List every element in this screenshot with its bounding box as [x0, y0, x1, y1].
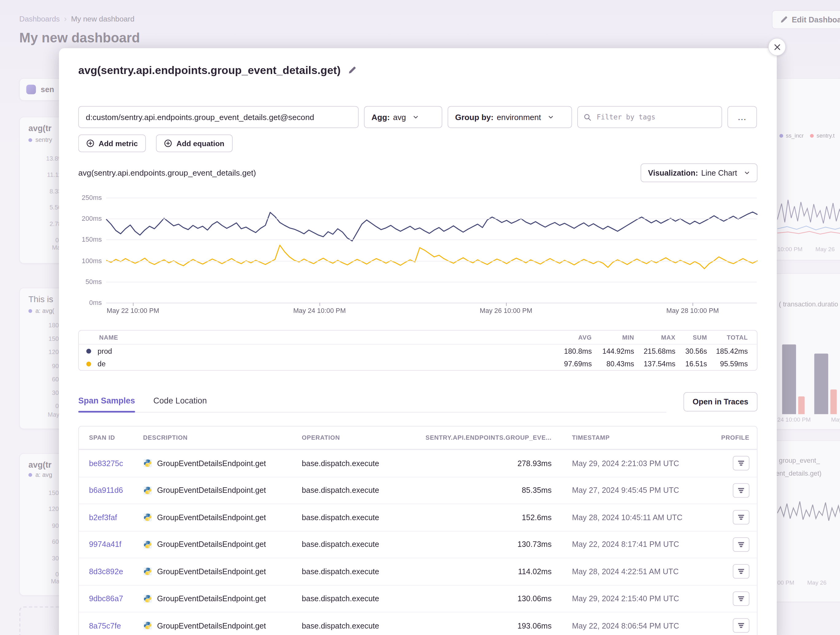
sample-duration: 85.35ms	[412, 486, 552, 495]
column-header: SENTRY.API.ENDPOINTS.GROUP_EVE...	[412, 435, 552, 441]
span-id-link[interactable]: 9974a41f	[89, 540, 122, 549]
series-name: de	[79, 360, 533, 368]
pencil-icon	[348, 66, 356, 74]
metric-line-chart[interactable]	[106, 198, 757, 303]
profile-button[interactable]	[733, 564, 749, 579]
profile-cell	[718, 618, 757, 633]
x-axis-tick-label: May 24 10:00 PM	[284, 307, 354, 314]
profile-button[interactable]	[733, 618, 749, 633]
series-name: prod	[79, 347, 533, 355]
visualization-select[interactable]: Visualization: Line Chart	[641, 163, 758, 182]
visualization-value: Line Chart	[701, 169, 737, 177]
series-avg: 180.8ms	[533, 347, 592, 355]
visualization-label: Visualization:	[648, 169, 698, 177]
python-icon	[143, 513, 152, 522]
metric-query-input[interactable]	[78, 106, 359, 128]
sample-row: 9dbc86a7GroupEventDetailsEndpoint.getbas…	[79, 585, 757, 612]
y-axis-tick-label: 200ms	[78, 214, 102, 223]
sample-operation: base.dispatch.execute	[302, 594, 412, 603]
open-in-traces-button[interactable]: Open in Traces	[684, 392, 758, 411]
sample-operation: base.dispatch.execute	[302, 459, 412, 468]
sample-description: GroupEventDetailsEndpoint.get	[143, 540, 302, 549]
profile-icon	[738, 595, 745, 602]
x-axis-tick	[506, 303, 507, 306]
profile-icon	[738, 622, 745, 629]
screen: Dashboards › My new dashboard My new das…	[0, 0, 840, 635]
sample-description: GroupEventDetailsEndpoint.get	[143, 621, 302, 630]
series-avg: 97.69ms	[533, 360, 592, 368]
series-total: 95.59ms	[707, 360, 748, 368]
series-total: 185.42ms	[707, 347, 748, 355]
series-min: 80.43ms	[592, 360, 634, 368]
summary-row[interactable]: de97.69ms80.43ms137.54ms16.51s95.59ms	[79, 358, 757, 370]
span-id-link[interactable]: be83275c	[89, 459, 123, 468]
profile-cell	[718, 591, 757, 606]
modal-title: avg(sentry.api.endpoints.group_event_det…	[78, 64, 341, 77]
sample-timestamp: May 28, 2024 10:45:11 AM UTC	[551, 513, 718, 522]
gridline	[106, 219, 757, 219]
profile-button[interactable]	[733, 456, 749, 470]
span-id-cell: be83275c	[79, 459, 143, 468]
profile-icon	[738, 541, 745, 548]
span-id-cell: b2ef3faf	[79, 513, 143, 522]
span-id-link[interactable]: 9dbc86a7	[89, 594, 123, 603]
span-id-link[interactable]: b6a911d6	[89, 486, 123, 495]
tab-bar: Span Samples Code Location	[78, 396, 666, 412]
series-max: 137.54ms	[634, 360, 675, 368]
span-id-link[interactable]: 8a75c7fe	[89, 621, 121, 630]
profile-cell	[718, 483, 757, 498]
span-id-cell: 8d3c892e	[79, 567, 143, 576]
sample-timestamp: May 22, 2024 8:06:54 PM UTC	[551, 621, 718, 630]
column-header: MAX	[634, 334, 675, 340]
series-prod	[106, 212, 757, 241]
sample-duration: 278.93ms	[412, 459, 552, 468]
aggregate-label: Agg:	[371, 112, 390, 121]
sample-row: b6a911d6GroupEventDetailsEndpoint.getbas…	[79, 477, 757, 504]
column-header: SPAN ID	[79, 435, 143, 441]
profile-icon	[738, 487, 745, 494]
profile-button[interactable]	[733, 537, 749, 552]
series-max: 215.68ms	[634, 347, 675, 355]
add-metric-button[interactable]: Add metric	[78, 134, 146, 152]
sample-operation: base.dispatch.execute	[302, 621, 412, 630]
span-id-link[interactable]: 8d3c892e	[89, 567, 123, 576]
summary-table-header: NAME AVG MIN MAX SUM TOTAL	[79, 331, 757, 345]
profile-button[interactable]	[733, 510, 749, 525]
tab-code-location[interactable]: Code Location	[153, 396, 207, 405]
series-sum: 30.56s	[675, 347, 707, 355]
sample-description: GroupEventDetailsEndpoint.get	[143, 459, 302, 468]
sample-operation: base.dispatch.execute	[302, 513, 412, 522]
python-icon	[143, 594, 152, 603]
chevron-down-icon	[413, 114, 419, 120]
x-axis-tick-label: May 28 10:00 PM	[658, 307, 728, 314]
span-id-cell: b6a911d6	[79, 486, 143, 495]
gridline	[106, 240, 757, 240]
summary-row[interactable]: prod180.8ms144.92ms215.68ms30.56s185.42m…	[79, 345, 757, 358]
profile-button[interactable]	[733, 591, 749, 606]
close-button[interactable]	[768, 38, 786, 56]
group-by-select[interactable]: Group by: environment	[448, 106, 572, 128]
tab-span-samples[interactable]: Span Samples	[78, 396, 135, 405]
x-axis-tick	[133, 303, 134, 306]
column-header: AVG	[533, 334, 592, 340]
x-axis-tick	[693, 303, 693, 306]
sample-operation: base.dispatch.execute	[302, 486, 412, 495]
more-options-button[interactable]: …	[728, 106, 757, 128]
sample-row: be83275cGroupEventDetailsEndpoint.getbas…	[79, 449, 757, 477]
group-by-value: environment	[497, 112, 541, 121]
plus-circle-icon	[86, 139, 94, 147]
add-equation-button[interactable]: Add equation	[156, 134, 232, 152]
chart-area: 250ms200ms150ms100ms50ms0msMay 22 10:00 …	[78, 194, 758, 318]
edit-title-button[interactable]	[348, 66, 356, 74]
tag-filter-input[interactable]	[595, 112, 715, 121]
profile-button[interactable]	[733, 483, 749, 498]
samples-table-header: SPAN ID DESCRIPTION OPERATION SENTRY.API…	[79, 427, 757, 449]
aggregate-select[interactable]: Agg: avg	[364, 106, 442, 128]
span-id-cell: 9dbc86a7	[79, 594, 143, 603]
span-id-cell: 8a75c7fe	[79, 621, 143, 630]
plus-circle-icon	[164, 139, 172, 147]
series-color-dot	[86, 348, 91, 353]
span-id-link[interactable]: b2ef3faf	[89, 513, 117, 522]
span-id-cell: 9974a41f	[79, 540, 143, 549]
series-min: 144.92ms	[592, 347, 634, 355]
